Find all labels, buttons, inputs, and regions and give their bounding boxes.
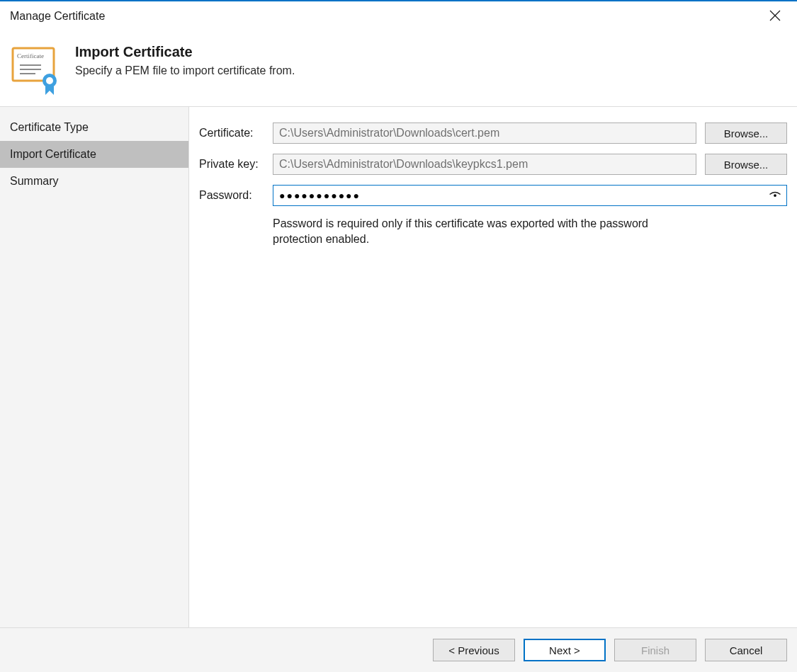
certificate-input[interactable]: [273, 123, 696, 144]
reveal-password-icon[interactable]: [769, 189, 781, 202]
step-import-certificate[interactable]: Import Certificate: [0, 141, 188, 168]
wizard-steps-sidebar: Certificate Type Import Certificate Summ…: [0, 107, 189, 627]
page-title: Import Certificate: [75, 44, 295, 60]
private-key-label: Private key:: [199, 158, 273, 171]
private-key-row: Private key: Browse...: [199, 154, 787, 175]
step-summary[interactable]: Summary: [0, 168, 188, 195]
password-input[interactable]: [273, 185, 787, 206]
password-input-wrap: [273, 185, 787, 206]
svg-point-7: [46, 77, 53, 84]
certificate-browse-button[interactable]: Browse...: [705, 123, 787, 144]
page-subtitle: Specify a PEM file to import certificate…: [75, 64, 295, 77]
form-content: Certificate: Browse... Private key: Brow…: [189, 107, 797, 627]
certificate-row: Certificate: Browse...: [199, 123, 787, 144]
close-button[interactable]: [764, 6, 786, 27]
next-button[interactable]: Next >: [524, 639, 606, 661]
header-texts: Import Certificate Specify a PEM file to…: [75, 44, 295, 77]
password-row: Password:: [199, 185, 787, 206]
svg-point-8: [774, 194, 776, 197]
finish-button: Finish: [614, 639, 696, 661]
certificate-label: Certificate:: [199, 127, 273, 139]
wizard-body: Certificate Type Import Certificate Summ…: [0, 106, 797, 628]
close-icon: [769, 10, 781, 23]
certificate-icon: Certificate: [10, 44, 62, 92]
cancel-button[interactable]: Cancel: [705, 639, 787, 661]
wizard-footer: < Previous Next > Finish Cancel: [0, 628, 797, 672]
window-title: Manage Certificate: [10, 10, 105, 23]
title-bar: Manage Certificate: [0, 1, 797, 31]
password-label: Password:: [199, 189, 273, 202]
wizard-header: Certificate Import Certificate Specify a…: [0, 31, 797, 106]
certificate-icon-label: Certificate: [17, 52, 44, 59]
step-certificate-type[interactable]: Certificate Type: [0, 114, 188, 141]
private-key-browse-button[interactable]: Browse...: [705, 154, 787, 175]
private-key-input[interactable]: [273, 154, 696, 175]
password-hint: Password is required only if this certif…: [273, 216, 698, 248]
previous-button[interactable]: < Previous: [433, 639, 515, 661]
